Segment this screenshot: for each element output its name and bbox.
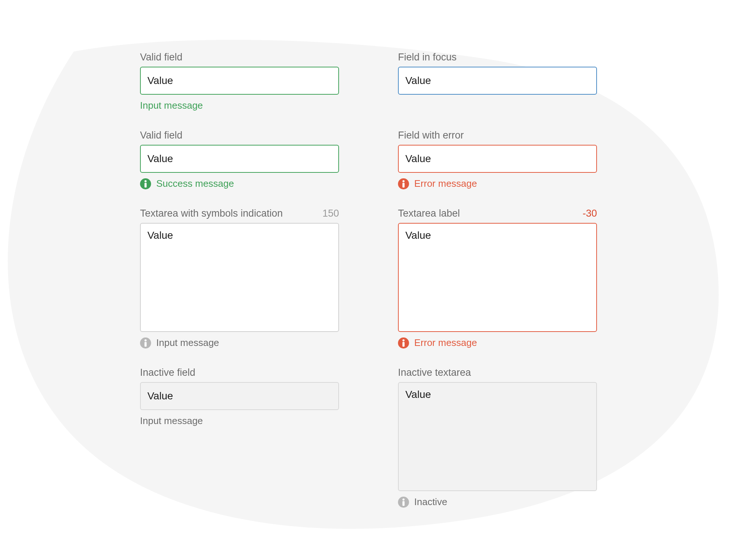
field-label: Valid field xyxy=(140,130,182,141)
svg-rect-5 xyxy=(144,342,147,347)
char-counter: 150 xyxy=(322,208,339,219)
form-grid: Valid field Input message Field in focus… xyxy=(0,0,737,508)
inactive-field: Inactive field Input message xyxy=(140,367,339,508)
inactive-textarea: Inactive textarea Inactive xyxy=(398,367,597,508)
textarea-2-input[interactable] xyxy=(398,223,597,332)
valid-field-2: Valid field Success message xyxy=(140,130,339,189)
svg-rect-7 xyxy=(402,342,405,347)
help-text: Inactive xyxy=(414,496,447,508)
inactive-field-input xyxy=(140,382,339,410)
field-label: Textarea label xyxy=(398,208,460,219)
svg-point-8 xyxy=(402,498,405,501)
focus-field: Field in focus xyxy=(398,52,597,111)
field-label: Valid field xyxy=(140,52,182,63)
help-text: Success message xyxy=(156,178,234,189)
error-field-input[interactable] xyxy=(398,145,597,173)
valid-field-2-input[interactable] xyxy=(140,145,339,173)
help-text: Input message xyxy=(140,100,203,111)
svg-point-0 xyxy=(144,180,147,182)
field-label: Inactive textarea xyxy=(398,367,471,378)
info-icon xyxy=(398,178,409,189)
help-text: Input message xyxy=(140,415,203,427)
info-icon xyxy=(398,497,409,508)
field-label: Textarea with symbols indication xyxy=(140,208,283,219)
info-icon xyxy=(140,178,151,189)
error-field: Field with error Error message xyxy=(398,130,597,189)
info-icon xyxy=(140,337,151,349)
focus-field-input[interactable] xyxy=(398,67,597,95)
field-label: Field with error xyxy=(398,130,464,141)
svg-point-2 xyxy=(402,180,405,182)
char-counter: -30 xyxy=(583,208,597,219)
field-label: Inactive field xyxy=(140,367,195,378)
textarea-field-2: Textarea label -30 Error message xyxy=(398,208,597,349)
valid-field-1: Valid field Input message xyxy=(140,52,339,111)
textarea-field-1: Textarea with symbols indication 150 Inp… xyxy=(140,208,339,349)
svg-point-6 xyxy=(402,339,405,342)
inactive-textarea-input xyxy=(398,382,597,491)
svg-rect-3 xyxy=(402,183,405,188)
help-text: Error message xyxy=(414,178,477,189)
info-icon xyxy=(398,337,409,349)
textarea-1-input[interactable] xyxy=(140,223,339,332)
valid-field-1-input[interactable] xyxy=(140,67,339,95)
help-text: Input message xyxy=(156,337,219,349)
help-text: Error message xyxy=(414,337,477,349)
svg-point-4 xyxy=(144,339,147,342)
field-label: Field in focus xyxy=(398,52,457,63)
svg-rect-1 xyxy=(144,183,147,188)
svg-rect-9 xyxy=(402,501,405,506)
